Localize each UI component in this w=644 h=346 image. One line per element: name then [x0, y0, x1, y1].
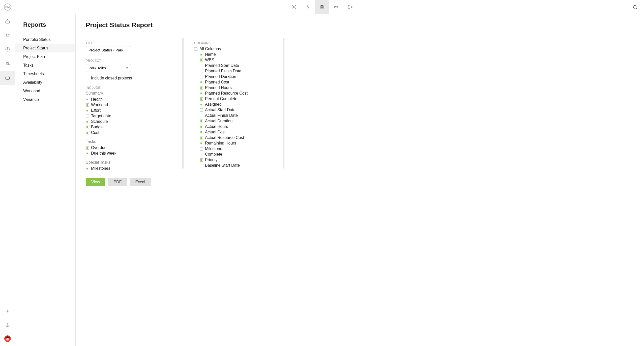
checkbox-row[interactable]: Planned Start Date	[194, 63, 280, 68]
sidebar-item[interactable]: Workload	[15, 87, 75, 95]
checkbox[interactable]	[86, 98, 89, 101]
checkbox[interactable]	[86, 126, 89, 129]
checkbox-row[interactable]: Planned Cost	[194, 79, 280, 85]
checkbox[interactable]	[200, 86, 203, 90]
checkbox[interactable]	[200, 81, 203, 84]
checkbox-row[interactable]: Percent Complete	[194, 96, 280, 102]
checkbox[interactable]	[86, 109, 89, 112]
all-columns-checkbox[interactable]: All Columns	[194, 46, 280, 52]
checkbox-row[interactable]: Actual Duration	[194, 118, 280, 124]
checkbox-row[interactable]: Effort	[86, 108, 179, 113]
scrollbar[interactable]	[283, 38, 284, 169]
checkbox[interactable]	[86, 120, 89, 123]
checkbox[interactable]	[86, 114, 89, 118]
checkbox-row[interactable]: Priority	[194, 157, 280, 163]
checkbox-row[interactable]: Milestones	[86, 166, 179, 171]
checkbox[interactable]	[200, 125, 203, 128]
checkbox[interactable]	[86, 167, 89, 170]
label-tasks: Tasks	[86, 139, 179, 144]
flow-icon[interactable]	[343, 0, 357, 14]
checkbox[interactable]	[200, 142, 203, 145]
scrollbar[interactable]	[182, 38, 184, 169]
topbar-tabs	[287, 0, 357, 14]
checkbox[interactable]	[86, 146, 89, 150]
clipboard-icon[interactable]	[315, 0, 329, 14]
checkbox-label: Baseline Start Date	[205, 163, 240, 168]
activity-icon[interactable]	[301, 0, 315, 14]
checkbox-label: Planned Resource Cost	[205, 91, 248, 96]
sidebar-item[interactable]: Timesheets	[15, 70, 75, 78]
briefcase-icon[interactable]	[0, 71, 15, 85]
checkbox-row[interactable]: Budget	[86, 124, 179, 130]
checkbox[interactable]	[200, 64, 203, 67]
checkbox[interactable]	[200, 103, 203, 106]
pdf-button[interactable]: PDF	[108, 178, 127, 186]
checkbox[interactable]	[200, 97, 203, 101]
checkbox-row[interactable]: Actual Resource Cost	[194, 135, 280, 140]
checkbox-row[interactable]: Baseline Start Date	[194, 163, 280, 168]
checkbox[interactable]	[200, 53, 203, 56]
checkbox[interactable]	[200, 114, 203, 117]
include-closed-checkbox[interactable]: Include closed projects	[86, 75, 179, 81]
checkbox-row[interactable]: Health	[86, 97, 179, 102]
checkbox-row[interactable]: Planned Resource Cost	[194, 91, 280, 96]
sidebar-item[interactable]: Project Plan	[15, 52, 75, 61]
checkbox[interactable]	[200, 131, 203, 134]
checkbox[interactable]	[200, 70, 203, 73]
checkbox-row[interactable]: Planned Hours	[194, 85, 280, 91]
checkbox[interactable]	[86, 152, 89, 155]
logo[interactable]: PM	[0, 4, 15, 11]
checkbox[interactable]	[200, 147, 203, 151]
checkbox-row[interactable]: Complete	[194, 152, 280, 157]
scan-icon[interactable]	[287, 0, 301, 14]
sidebar-item[interactable]: Project Status	[15, 44, 75, 52]
checkbox[interactable]	[200, 153, 203, 156]
checkbox[interactable]	[200, 120, 203, 123]
checkbox-row[interactable]: WBS	[194, 57, 280, 63]
checkbox[interactable]	[200, 75, 203, 78]
sidebar-item[interactable]: Portfolio Status	[15, 35, 75, 44]
checkbox[interactable]	[200, 59, 203, 62]
sidebar-item[interactable]: Availability	[15, 78, 75, 87]
checkbox-row[interactable]: Name	[194, 52, 280, 57]
sidebar-item[interactable]: Variance	[15, 95, 75, 104]
checkbox-label: Percent Complete	[205, 97, 237, 101]
bell-icon[interactable]	[0, 28, 15, 42]
checkbox[interactable]	[86, 131, 89, 134]
people-icon[interactable]	[0, 56, 15, 71]
checkbox-row[interactable]: Assigned	[194, 102, 280, 107]
checkbox-row[interactable]: Actual Start Date	[194, 107, 280, 113]
checkbox-row[interactable]: Planned Duration	[194, 74, 280, 79]
home-icon[interactable]	[0, 14, 15, 28]
svg-point-0	[293, 6, 295, 8]
checkbox[interactable]	[200, 158, 203, 162]
checkbox-row[interactable]: Actual Hours	[194, 124, 280, 129]
search-icon[interactable]	[630, 2, 640, 12]
checkbox-row[interactable]: Actual Finish Date	[194, 113, 280, 118]
checkbox-row[interactable]: Workload	[86, 102, 179, 108]
checkbox-row[interactable]: Target date	[86, 113, 179, 119]
checkbox-row[interactable]: Planned Finish Date	[194, 68, 280, 74]
sidebar-item[interactable]: Tasks	[15, 61, 75, 70]
checkbox-row[interactable]: Remaining Hours	[194, 140, 280, 146]
checkbox-row[interactable]: Milestone	[194, 146, 280, 152]
page-title: Project Status Report	[86, 21, 343, 29]
checkbox[interactable]	[200, 108, 203, 112]
checkbox-row[interactable]: Cost	[86, 130, 179, 135]
checkbox-row[interactable]: Overdue	[86, 145, 179, 151]
link-icon[interactable]	[329, 0, 343, 14]
checkbox-row[interactable]: Due this week	[86, 151, 179, 156]
checkbox-row[interactable]: Actual Cost	[194, 129, 280, 135]
title-input[interactable]	[86, 46, 131, 54]
excel-button[interactable]: Excel	[130, 178, 151, 186]
topbar: PM	[0, 0, 644, 14]
checkbox[interactable]	[200, 92, 203, 95]
checkbox[interactable]	[200, 164, 203, 167]
svg-point-10	[8, 34, 9, 34]
checkbox[interactable]	[200, 136, 203, 139]
view-button[interactable]: View	[86, 178, 105, 186]
checkbox-row[interactable]: Schedule	[86, 119, 179, 124]
checkbox[interactable]	[86, 103, 89, 107]
project-select[interactable]: Park Talks	[86, 64, 131, 72]
clock-icon[interactable]	[0, 42, 15, 56]
